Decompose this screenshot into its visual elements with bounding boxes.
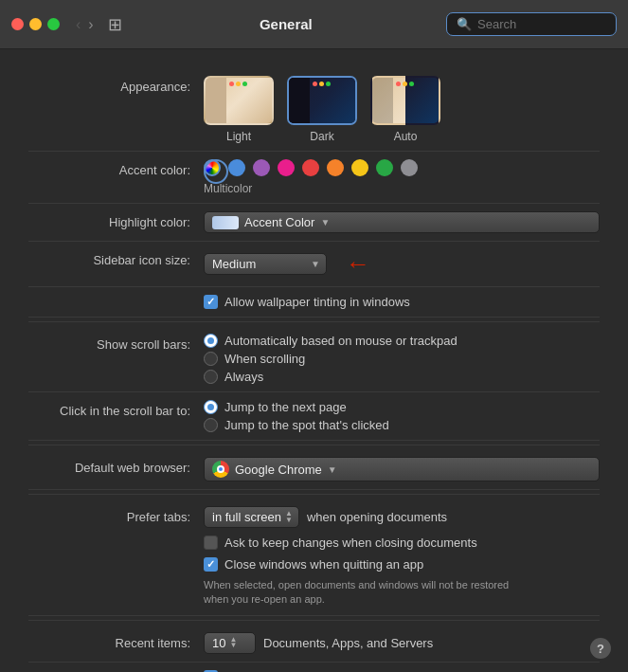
prefer-tabs-value: in full screen [212,510,281,524]
ask-keep-changes-label: Ask to keep changes when closing documen… [224,536,477,550]
wallpaper-tinting-checkbox[interactable]: ✓ Allow wallpaper tinting in windows [204,295,600,309]
help-button[interactable]: ? [590,638,611,659]
accent-colors [204,159,600,176]
close-windows-checkbox[interactable]: ✓ Close windows when quitting an app [204,557,600,572]
chevron-down-icon: ▼ [320,217,330,227]
main-content: Appearance: Light [0,49,628,672]
stepper-icon: ▲ ▼ [229,637,237,649]
appearance-option-light[interactable]: Light [204,76,274,143]
accent-red[interactable] [302,159,319,176]
thumb-bar [289,78,310,123]
prefer-tabs-dropdown[interactable]: in full screen ▲ ▼ [204,506,299,528]
highlight-swatch [212,216,239,229]
dot-green [326,82,331,86]
click-next-page-label: Jump to the next page [224,400,347,414]
checkbox-icon: ✓ [204,295,218,309]
appearance-label-dark: Dark [310,130,333,143]
traffic-lights [11,18,60,30]
show-scroll-bars-label: Show scroll bars: [28,334,204,352]
accent-blue[interactable] [228,159,245,176]
recent-items-row: Recent items: 10 ▲ ▼ Documents, Apps, an… [28,620,600,663]
appearance-thumb-light [204,76,274,125]
radio-selected-icon [204,334,218,348]
dot-yellow [403,82,407,86]
dot-red [313,82,317,86]
accent-color-row: Accent color: Multicolor [28,152,600,204]
highlight-color-label: Highlight color: [28,211,204,229]
prefer-tabs-row: Prefer tabs: in full screen ▲ ▼ when ope… [28,494,600,616]
recent-items-content: 10 ▲ ▼ Documents, Apps, and Servers [204,632,600,654]
recent-items-dropdown[interactable]: 10 ▲ ▼ [204,632,256,654]
highlight-color-dropdown[interactable]: Accent Color ▼ [204,211,600,233]
scroll-always-option[interactable]: Always [204,370,600,384]
show-scroll-bars-content: Automatically based on mouse or trackpad… [204,334,600,384]
radio-selected-icon [204,400,218,414]
accent-pink[interactable] [278,159,295,176]
page-title: General [135,16,437,32]
appearance-option-auto[interactable]: Auto [370,76,440,143]
accent-multicolor[interactable] [204,159,221,176]
search-bar[interactable]: 🔍 [446,12,617,36]
wallpaper-content: ✓ Allow wallpaper tinting in windows [204,295,600,309]
appearance-thumb-dark [287,76,357,125]
accent-green[interactable] [376,159,393,176]
appearance-content: Light Dark [204,76,600,143]
accent-purple[interactable] [253,159,270,176]
checkmark-icon: ✓ [206,559,215,570]
click-clicked-spot-label: Jump to the spot that's clicked [224,418,389,432]
scroll-when-scrolling-option[interactable]: When scrolling [204,352,600,366]
wallpaper-tinting-label: Allow wallpaper tinting in windows [224,295,410,309]
stepper-icon: ▲ ▼ [285,511,293,523]
click-next-page-option[interactable]: Jump to the next page [204,400,600,414]
search-icon: 🔍 [457,17,472,31]
recent-items-label: Recent items: [28,632,204,650]
close-windows-note: When selected, open documents and window… [204,578,526,608]
close-button[interactable] [11,18,24,30]
highlight-color-content: Accent Color ▼ [204,211,600,233]
back-button[interactable]: ‹ [73,17,83,32]
fullscreen-button[interactable] [47,18,60,30]
auto-bar [372,78,393,123]
sidebar-icon-size-dropdown[interactable]: Medium ▼ [204,253,327,275]
annotation-arrow: ← [346,249,370,279]
click-clicked-spot-option[interactable]: Jump to the spot that's clicked [204,418,600,432]
scroll-when-scrolling-label: When scrolling [224,352,305,366]
default-browser-label: Default web browser: [28,457,204,475]
dot-red [396,82,401,86]
appearance-label-auto: Auto [394,130,418,143]
appearance-label: Appearance: [28,76,204,94]
scroll-always-label: Always [224,370,263,384]
auto-dots [396,82,414,86]
forward-button[interactable]: › [85,17,96,32]
accent-gray[interactable] [401,159,418,176]
recent-items-inline: 10 ▲ ▼ Documents, Apps, and Servers [204,632,600,654]
accent-orange[interactable] [327,159,344,176]
checkbox-unchecked-icon [204,536,218,550]
radio-empty-icon [204,352,218,366]
default-browser-dropdown[interactable]: Google Chrome ▼ [204,457,600,481]
appearance-options: Light Dark [204,76,600,143]
browser-value: Google Chrome [235,463,322,477]
sidebar-icon-size-row: Sidebar icon size: Medium ▼ ← [28,242,600,287]
click-scroll-bar-row: Click in the scroll bar to: Jump to the … [28,392,600,441]
click-scroll-content: Jump to the next page Jump to the spot t… [204,400,600,432]
prefer-tabs-label: Prefer tabs: [28,506,204,524]
scroll-auto-label: Automatically based on mouse or trackpad [224,334,458,348]
recent-items-value: 10 [212,636,225,650]
checkbox-checked-icon: ✓ [204,557,218,572]
grid-button[interactable]: ⊞ [108,14,122,35]
ask-keep-changes-checkbox[interactable]: Ask to keep changes when closing documen… [204,536,600,550]
thumb-bar [206,78,226,123]
sidebar-size-value: Medium [212,257,305,271]
appearance-option-dark[interactable]: Dark [287,76,357,143]
accent-yellow[interactable] [351,159,368,176]
scroll-auto-option[interactable]: Automatically based on mouse or trackpad [204,334,600,348]
search-input[interactable] [477,17,601,31]
minimize-button[interactable] [29,18,42,30]
accent-color-content: Multicolor [204,159,600,195]
checkmark-icon: ✓ [206,297,215,307]
prefer-tabs-after-text: when opening documents [307,510,447,524]
dot-red [229,82,234,86]
wallpaper-tinting-row: ✓ Allow wallpaper tinting in windows [28,287,600,318]
chevron-down-icon: ▼ [328,464,337,475]
